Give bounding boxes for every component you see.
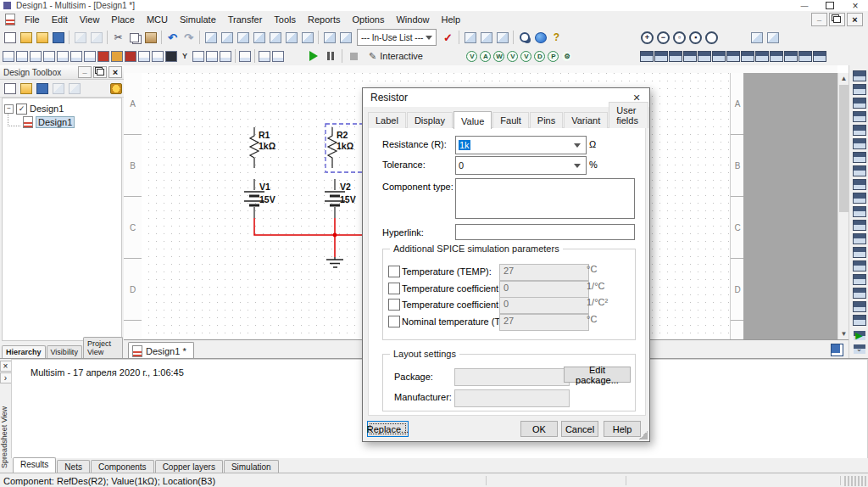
place-ttl-icon[interactable]	[70, 49, 83, 64]
zoom-out-icon[interactable]	[655, 31, 671, 45]
probe-voltage-icon[interactable]	[465, 49, 479, 64]
distortion-analyzer-icon[interactable]	[851, 218, 867, 232]
database-manager-icon[interactable]	[337, 31, 353, 45]
tektronix-oscilloscope-icon[interactable]	[851, 299, 867, 313]
mdi-minimize-icon[interactable]	[811, 13, 827, 26]
frequency-counter-icon[interactable]	[726, 49, 741, 64]
forward-annotate-icon[interactable]	[478, 31, 494, 45]
close-design-icon[interactable]	[50, 81, 66, 96]
menu-view[interactable]: View	[74, 13, 106, 26]
panel-close-icon[interactable]	[0, 361, 12, 372]
menu-place[interactable]: Place	[105, 13, 141, 26]
design-toolbox-icon[interactable]	[203, 31, 219, 45]
ok-button[interactable]: OK	[520, 421, 558, 437]
pin-toolbox-icon[interactable]	[108, 81, 124, 96]
logic-analyzer-icon[interactable]	[770, 49, 784, 64]
manufacturer-field[interactable]	[454, 389, 570, 407]
redo-icon[interactable]	[181, 31, 197, 45]
in-use-list-combo[interactable]: --- In-Use List ---	[357, 29, 437, 46]
interactive-dropdown[interactable]: ✎ Interactive	[362, 48, 430, 64]
spreadsheet-tab-nets[interactable]: Nets	[57, 460, 90, 473]
menu-reports[interactable]: Reports	[302, 13, 347, 26]
oscilloscope-icon[interactable]	[683, 49, 698, 64]
word-generator-icon[interactable]	[741, 49, 755, 64]
probe-current-icon[interactable]	[479, 49, 492, 64]
print-preview-icon[interactable]	[88, 31, 104, 45]
ultiboard-window-icon[interactable]	[299, 31, 315, 45]
temp-field[interactable]: 27	[499, 264, 589, 281]
copy-icon[interactable]	[126, 31, 142, 45]
postprocessor-icon[interactable]	[267, 31, 283, 45]
measurement-probe-icon[interactable]	[851, 313, 867, 327]
description-box-icon[interactable]	[748, 31, 765, 45]
stop-button[interactable]	[345, 48, 362, 64]
place-diode-icon[interactable]	[29, 49, 42, 64]
spreadsheet-tab-results[interactable]: Results	[13, 457, 56, 473]
win-close-icon[interactable]	[843, 0, 868, 11]
probe-power-icon[interactable]	[492, 49, 506, 64]
function-generator-icon[interactable]	[654, 49, 669, 64]
create-component-icon[interactable]	[321, 31, 337, 45]
mdi-restore-icon[interactable]	[829, 13, 845, 26]
find-icon[interactable]	[516, 31, 532, 45]
place-transistor-icon[interactable]	[42, 49, 56, 64]
logic-converter-icon[interactable]	[755, 49, 770, 64]
menu-window[interactable]: Window	[390, 13, 435, 26]
tolerance-combo[interactable]: 0	[455, 156, 587, 175]
temp-checkbox[interactable]	[388, 266, 400, 277]
run-button[interactable]	[305, 48, 322, 64]
design-toolbox-header[interactable]: Design Toolbox	[0, 65, 124, 80]
save-icon[interactable]	[50, 31, 66, 45]
probe-settings-icon[interactable]	[560, 49, 574, 64]
spreadsheet-view-icon[interactable]	[219, 31, 235, 45]
mdi-close-icon[interactable]	[108, 66, 122, 78]
zoom-area-icon[interactable]	[671, 31, 687, 45]
multimeter-icon[interactable]	[851, 69, 867, 82]
tc1-checkbox[interactable]	[388, 283, 400, 294]
dialog-tab-fault[interactable]: Fault	[492, 112, 528, 128]
scroll-more-icon[interactable]	[851, 342, 867, 355]
back-annotate-icon[interactable]	[494, 31, 510, 45]
package-field[interactable]	[454, 368, 570, 386]
open-design-icon[interactable]	[18, 81, 34, 96]
web-icon[interactable]	[532, 31, 548, 45]
paste-icon[interactable]	[142, 31, 159, 45]
dialog-tab-user-fields[interactable]: User fields	[609, 102, 648, 128]
tnom-field[interactable]: 27	[499, 314, 589, 331]
cut-icon[interactable]	[110, 31, 126, 45]
spreadsheet-tab-simulation[interactable]: Simulation	[224, 460, 279, 473]
oscilloscope-icon[interactable]	[851, 109, 867, 123]
place-power-icon[interactable]	[137, 49, 151, 64]
multimeter-icon[interactable]	[640, 49, 654, 64]
bode-plotter-icon[interactable]	[851, 137, 867, 150]
mdi-minimize-icon[interactable]	[78, 66, 92, 78]
distortion-analyzer-icon[interactable]	[798, 49, 813, 64]
dialog-title-bar[interactable]: Resistor	[363, 88, 649, 107]
resistance-combo[interactable]: 1k	[455, 136, 587, 154]
component-type-field[interactable]	[455, 178, 635, 219]
run-simulation-icon[interactable]	[851, 328, 867, 342]
logic-converter-icon[interactable]	[851, 177, 867, 191]
spectrum-analyzer-icon[interactable]	[851, 232, 867, 245]
dialog-tab-variant[interactable]: Variant	[564, 112, 608, 128]
iv-analyzer-icon[interactable]	[851, 204, 867, 218]
menu-options[interactable]: Options	[347, 13, 391, 26]
place-mcu-icon[interactable]	[219, 49, 232, 64]
place-mixed-icon[interactable]	[110, 49, 124, 64]
place-source-icon[interactable]	[2, 49, 15, 64]
spreadsheet-tab-components[interactable]: Components	[91, 460, 154, 473]
electrical-rules-check-icon[interactable]	[440, 31, 456, 45]
help-icon[interactable]	[548, 31, 565, 45]
probe-vref-icon[interactable]	[520, 49, 533, 64]
menu-file[interactable]: File	[19, 13, 46, 26]
mdi-restore-icon[interactable]	[93, 66, 107, 78]
place-cmos-icon[interactable]	[83, 49, 97, 64]
word-generator-icon[interactable]	[851, 164, 867, 177]
toolbox-tab-hierarchy[interactable]: Hierarchy	[2, 345, 46, 358]
spice-netlist-viewer-icon[interactable]	[235, 31, 251, 45]
probe-periodic-icon[interactable]	[547, 49, 560, 64]
document-tab-design1[interactable]: Design1 *	[128, 342, 194, 359]
agilent-oscilloscope-icon[interactable]	[851, 286, 867, 299]
save-design-icon[interactable]	[34, 81, 50, 96]
place-analog-icon[interactable]	[56, 49, 70, 64]
